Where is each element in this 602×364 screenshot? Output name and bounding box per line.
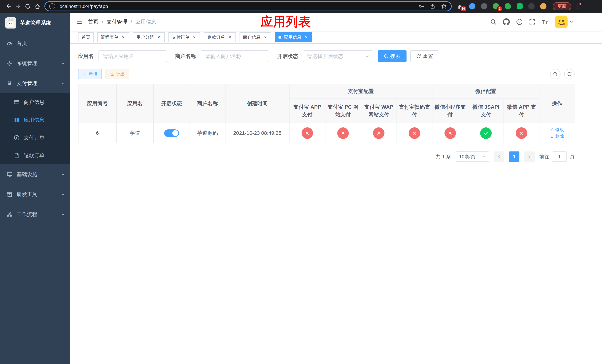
- tab-merchant-info[interactable]: 商户信息 ×: [239, 32, 271, 42]
- extension-icon-colorful[interactable]: 1: [492, 3, 499, 10]
- tab-label: 应用信息: [284, 34, 301, 40]
- extension-icon-green-circle[interactable]: [504, 3, 511, 10]
- close-icon[interactable]: ×: [304, 35, 309, 40]
- sidebar-item-home[interactable]: 首页: [0, 33, 70, 53]
- tab-home[interactable]: 首页: [78, 32, 94, 42]
- search-button[interactable]: 搜索: [378, 50, 407, 62]
- github-icon[interactable]: [503, 18, 510, 25]
- extension-icon-face[interactable]: [540, 3, 547, 10]
- cell-app-name: 芋道: [117, 123, 153, 143]
- sidebar-item-refund-orders[interactable]: 退款订单: [0, 147, 70, 164]
- password-key-icon[interactable]: [418, 3, 424, 9]
- close-icon[interactable]: ×: [263, 35, 268, 40]
- sidebar-toggle-icon[interactable]: [76, 19, 83, 25]
- cell-app-id: 6: [78, 123, 117, 143]
- extension-icon-pin[interactable]: [528, 3, 535, 10]
- tags-view: 首页 流程表单 × 用户分组 × 支付订单 × 退款订单 ×: [70, 31, 602, 44]
- delete-link[interactable]: 删除: [550, 133, 564, 139]
- status-select[interactable]: 请选择开启状态: [303, 50, 373, 62]
- navbar: 首页 / 支付管理 / 应用信息 应用列表 ?: [70, 13, 602, 31]
- tab-pay-orders[interactable]: 支付订单 ×: [168, 32, 200, 42]
- sidebar-item-label: 系统管理: [17, 60, 37, 67]
- close-icon[interactable]: ×: [121, 35, 126, 40]
- browser-menu-icon[interactable]: ⋮: [574, 3, 582, 10]
- close-icon[interactable]: ×: [156, 35, 161, 40]
- browser-reload-icon[interactable]: [23, 1, 32, 11]
- close-icon[interactable]: ×: [227, 35, 233, 40]
- screen: i localhost:1024/pay/app 10: [0, 0, 602, 364]
- sidebar-item-pay-orders[interactable]: 支付订单: [0, 129, 70, 147]
- refresh-button[interactable]: [564, 69, 575, 79]
- wx-app-status-icon: [516, 127, 527, 139]
- app-title: 芋道管理系统: [20, 20, 51, 26]
- yen-icon: ¥: [6, 80, 13, 86]
- tab-app-info[interactable]: 应用信息 ×: [275, 32, 312, 42]
- cell-alipay-wap: [361, 123, 397, 143]
- page-size-select[interactable]: 10条/页: [456, 151, 489, 162]
- alipay-wap-status-icon: [373, 127, 385, 139]
- sidebar-item-label: 支付订单: [24, 134, 44, 141]
- sidebar: 芋道管理系统 首页 系统管理: [0, 13, 70, 364]
- breadcrumb-payment[interactable]: 支付管理: [107, 18, 127, 25]
- extension-icon-blue[interactable]: [469, 3, 476, 10]
- goto-page-input[interactable]: [552, 151, 567, 162]
- status-select-placeholder: 请选择开启状态: [307, 53, 343, 60]
- appname-input[interactable]: [98, 50, 167, 62]
- add-button[interactable]: 新增: [78, 69, 102, 79]
- address-bar[interactable]: i localhost:1024/pay/app: [44, 1, 452, 11]
- close-icon[interactable]: ×: [192, 35, 197, 40]
- next-page-button[interactable]: [524, 151, 535, 162]
- tab-process-form[interactable]: 流程表单 ×: [97, 32, 129, 42]
- toggle-search-button[interactable]: [550, 69, 560, 79]
- group-header-alipay: 支付宝配置: [289, 84, 432, 99]
- sidebar-item-app-info[interactable]: 应用信息: [0, 111, 70, 129]
- cell-alipay-app: [289, 123, 325, 143]
- sidebar-item-merchant-info[interactable]: 商户信息: [0, 93, 70, 111]
- help-icon[interactable]: ?: [516, 19, 523, 25]
- share-icon[interactable]: [430, 3, 435, 9]
- tab-refund-orders[interactable]: 退款订单 ×: [204, 32, 236, 42]
- tab-user-group[interactable]: 用户分组 ×: [133, 32, 165, 42]
- browser-update-button[interactable]: 更新: [553, 2, 571, 10]
- breadcrumb-home[interactable]: 首页: [88, 18, 98, 25]
- site-info-icon[interactable]: i: [49, 3, 55, 9]
- sidebar-item-dev-tools[interactable]: 研发工具: [0, 184, 70, 204]
- sidebar-item-infrastructure[interactable]: 基础设施: [0, 164, 70, 184]
- gear-icon: [6, 60, 13, 66]
- sidebar-item-label: 支付管理: [17, 80, 37, 87]
- user-menu[interactable]: [555, 16, 573, 28]
- extension-icon-green-square[interactable]: [516, 3, 523, 10]
- prev-page-button[interactable]: [494, 151, 504, 162]
- svg-text:?: ?: [518, 20, 521, 24]
- extensions-puzzle-icon[interactable]: 10: [457, 3, 464, 10]
- tab-label: 流程表单: [101, 34, 118, 40]
- merchant-input[interactable]: [201, 50, 269, 62]
- search-icon[interactable]: [490, 19, 496, 25]
- edit-link[interactable]: 修改: [550, 127, 564, 133]
- url-text: localhost:1024/pay/app: [58, 3, 415, 9]
- sidebar-item-system[interactable]: 系统管理: [0, 53, 70, 73]
- col-header-app-name: 应用名: [117, 84, 153, 123]
- wx-jsapi-status-icon: [480, 127, 492, 139]
- omnibox-actions: [418, 3, 447, 9]
- tab-label: 退款订单: [207, 34, 225, 40]
- export-button[interactable]: 导出: [106, 69, 129, 79]
- pagination-goto: 前往 页: [539, 151, 575, 162]
- fullscreen-icon[interactable]: [529, 19, 535, 25]
- sidebar-item-payment[interactable]: ¥ 支付管理: [0, 73, 70, 93]
- page-number-1[interactable]: 1: [509, 151, 519, 162]
- browser-home-icon[interactable]: [32, 1, 42, 11]
- search-button-label: 搜索: [390, 53, 401, 60]
- reset-button[interactable]: 重置: [410, 50, 439, 62]
- grid-icon: [13, 117, 20, 123]
- status-toggle[interactable]: [164, 129, 179, 137]
- app-logo: 芋道管理系统: [0, 13, 70, 33]
- col-header-wx-app: 微信 APP 支付: [504, 99, 539, 123]
- bookmark-star-icon[interactable]: [441, 3, 447, 9]
- browser-forward-icon[interactable]: [13, 1, 23, 11]
- font-size-icon[interactable]: TT: [542, 19, 549, 25]
- sidebar-item-workflow[interactable]: 工作流程: [0, 204, 70, 225]
- browser-back-icon[interactable]: [4, 1, 13, 11]
- reset-button-label: 重置: [423, 53, 433, 60]
- extension-icon-dark[interactable]: [481, 3, 488, 10]
